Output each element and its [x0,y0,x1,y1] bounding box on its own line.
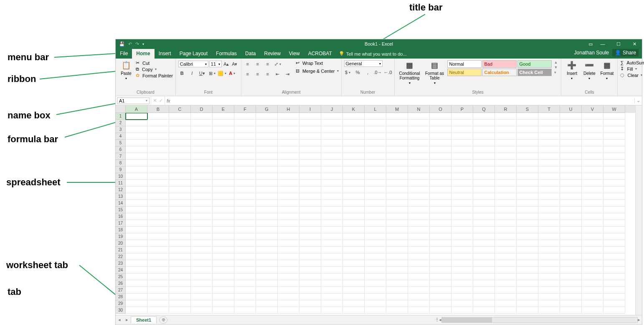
user-name[interactable]: Jonathan Soule [574,50,609,56]
cell[interactable] [603,126,625,133]
cell[interactable] [582,200,603,207]
cell[interactable] [517,247,538,253]
cell[interactable] [256,247,278,253]
cell[interactable] [430,213,451,220]
cell[interactable] [299,247,321,253]
cell[interactable] [386,300,408,307]
cell[interactable] [582,307,603,314]
cell[interactable] [582,260,603,267]
cell[interactable] [538,294,560,300]
cell[interactable] [343,287,365,294]
cell[interactable] [517,133,538,140]
cell[interactable] [213,280,234,287]
cell[interactable] [473,207,495,213]
cell[interactable] [408,280,430,287]
cell[interactable] [191,146,213,153]
cell[interactable] [603,133,625,140]
cell[interactable] [234,173,256,180]
cell[interactable] [451,173,473,180]
cell[interactable] [321,200,343,207]
cell[interactable] [321,253,343,260]
cell[interactable] [582,247,603,253]
cell[interactable] [365,193,386,200]
cell[interactable] [213,213,234,220]
tab-view[interactable]: View [285,49,304,59]
cell[interactable] [495,294,517,300]
cell[interactable] [169,287,191,294]
cell[interactable] [321,133,343,140]
cell[interactable] [495,274,517,280]
cell[interactable] [147,146,169,153]
cell[interactable] [147,160,169,166]
cell[interactable] [343,227,365,233]
cell[interactable] [147,193,169,200]
cell[interactable] [582,180,603,187]
merge-center-button[interactable]: ⊟ Merge & Center [296,68,339,74]
cell[interactable] [278,207,299,213]
tab-home[interactable]: Home [132,49,154,59]
cell[interactable] [495,253,517,260]
cell[interactable] [321,193,343,200]
styles-scroll-up-icon[interactable]: ▲ [554,60,558,64]
cell[interactable] [408,166,430,173]
cell[interactable] [473,253,495,260]
cell[interactable] [169,220,191,227]
cell[interactable] [582,267,603,274]
indent-decrease-icon[interactable]: ⇤ [274,70,281,78]
cell[interactable] [169,173,191,180]
cell[interactable] [256,113,278,120]
cell[interactable] [365,126,386,133]
cell[interactable] [126,280,147,287]
cell[interactable] [582,207,603,213]
cell[interactable] [473,146,495,153]
cell[interactable] [603,160,625,166]
cell[interactable] [278,113,299,120]
cell[interactable] [147,180,169,187]
cell[interactable] [408,227,430,233]
cell[interactable] [147,200,169,207]
cell[interactable] [538,166,560,173]
cell[interactable] [191,133,213,140]
cell[interactable] [560,267,582,274]
cell[interactable] [169,200,191,207]
cell[interactable] [430,113,451,120]
row-header[interactable]: 5 [116,140,126,146]
cell[interactable] [191,240,213,247]
cell[interactable] [365,260,386,267]
cell[interactable] [451,240,473,247]
cell[interactable] [299,267,321,274]
cell[interactable] [495,126,517,133]
cell[interactable] [321,146,343,153]
cell[interactable] [343,240,365,247]
cell[interactable] [234,220,256,227]
percent-format-icon[interactable]: % [354,69,362,76]
cell[interactable] [191,253,213,260]
font-name-select[interactable]: Calibri▾ [178,61,208,67]
cell[interactable] [538,307,560,314]
cell[interactable] [582,227,603,233]
cell[interactable] [234,207,256,213]
cell[interactable] [495,160,517,166]
cell[interactable] [126,187,147,193]
cell[interactable] [256,300,278,307]
cell[interactable] [147,140,169,146]
cell[interactable] [517,300,538,307]
cell[interactable] [473,213,495,220]
styles-scroll-down-icon[interactable]: ▼ [554,65,558,69]
cell[interactable] [256,233,278,240]
row-header[interactable]: 17 [116,220,126,227]
cell[interactable] [213,300,234,307]
cell[interactable] [234,260,256,267]
cell[interactable] [299,140,321,146]
cell[interactable] [299,146,321,153]
cell[interactable] [147,153,169,160]
cell[interactable] [169,133,191,140]
column-header[interactable]: P [451,105,473,113]
cell[interactable] [343,220,365,227]
cell[interactable] [256,146,278,153]
tab-file[interactable]: File [116,49,132,59]
cell[interactable] [256,173,278,180]
cell[interactable] [473,193,495,200]
cell[interactable] [169,233,191,240]
cell[interactable] [517,267,538,274]
